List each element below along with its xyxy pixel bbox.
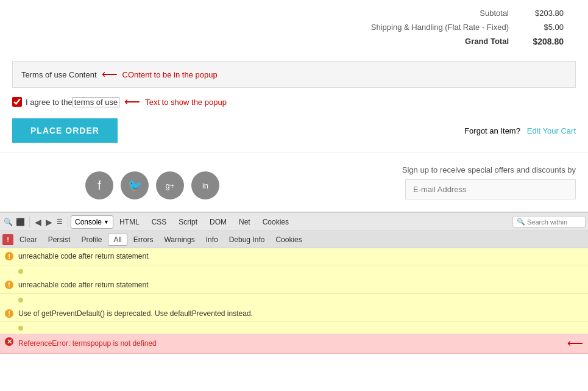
tab-html[interactable]: HTML — [113, 216, 146, 228]
tab-cookies[interactable]: Cookies — [257, 216, 295, 228]
nav-list-button[interactable]: ☰ — [54, 217, 65, 228]
grand-total-row: Grand Total $208.80 — [0, 34, 576, 49]
signup-text: Sign up to receive special offers and di… — [402, 165, 576, 174]
devtools-search-box: 🔍 — [512, 216, 586, 228]
footer-section: f 🐦 g+ in Sign up to receive special off… — [0, 152, 588, 212]
console-entry-text-1: unreachable code after return statement — [18, 251, 583, 262]
console-entry-4: ✕ ReferenceError: termspopup is not defi… — [0, 334, 588, 354]
terms-arrow-icon: ⟵ — [102, 68, 118, 81]
dot-row-2 — [0, 294, 588, 306]
twitter-icon[interactable]: 🐦 — [121, 171, 149, 199]
clear-button[interactable]: Clear — [15, 234, 42, 245]
subtotal-label: Subtotal — [480, 9, 509, 18]
dot-row-1 — [0, 265, 588, 277]
nav-back-button[interactable]: ◀ — [32, 217, 43, 228]
console-dot-1 — [18, 269, 23, 274]
terms-checkbox-section: I agree to the terms of use ⟵ Text to sh… — [12, 95, 576, 109]
terms-of-use-link[interactable]: terms of use — [73, 97, 120, 107]
console-entry-3: ! Use of getPreventDefault() is deprecat… — [0, 306, 588, 323]
console-dot-3 — [18, 326, 23, 331]
debug-info-filter-button[interactable]: Debug Info — [224, 234, 270, 245]
info-filter-button[interactable]: Info — [201, 234, 223, 245]
subtotal-value: $203.80 — [521, 9, 564, 18]
toolbar-separator-2 — [68, 217, 68, 228]
tab-net[interactable]: Net — [233, 216, 257, 228]
console-log: ! unreachable code after return statemen… — [0, 248, 588, 354]
checkbox-prefix: I agree to the — [26, 98, 73, 107]
forgot-text: Forgot an Item? Edit Your Cart — [464, 126, 576, 135]
error-annotation-arrow: ⟵ — [567, 337, 583, 350]
tab-dom[interactable]: DOM — [204, 216, 233, 228]
console-entry-1: ! unreachable code after return statemen… — [0, 248, 588, 265]
console-entry-text-2: unreachable code after return statement — [18, 280, 583, 290]
order-summary: Subtotal $203.80 Shipping & Handling (Fl… — [0, 0, 588, 55]
terms-content-box: Terms of use Content ⟵ COntent to be in … — [12, 61, 576, 88]
console-entry-text-4: ReferenceError: termspopup is not define… — [18, 339, 558, 349]
console-entry-2: ! unreachable code after return statemen… — [0, 277, 588, 294]
cookies-filter-button[interactable]: Cookies — [271, 234, 306, 245]
profile-button[interactable]: Profile — [76, 234, 107, 245]
grand-total-label: Grand Total — [465, 37, 509, 46]
nav-forward-button[interactable]: ▶ — [43, 217, 54, 228]
console-tab-label: Console — [75, 218, 102, 226]
subtotal-row: Subtotal $203.80 — [0, 6, 576, 20]
warnings-filter-button[interactable]: Warnings — [159, 234, 199, 245]
dot-row-3 — [0, 322, 588, 334]
shipping-value: $5.00 — [521, 23, 564, 32]
devtools-bug-icon[interactable]: 🔍 — [2, 217, 13, 228]
tab-css[interactable]: CSS — [146, 216, 173, 228]
signup-section: Sign up to receive special offers and di… — [402, 165, 576, 199]
console-dot-2 — [18, 298, 23, 303]
terms-checkbox[interactable] — [12, 97, 22, 107]
shipping-label: Shipping & Handling (Flat Rate - Fixed) — [371, 23, 509, 32]
devtools-pointer-icon[interactable]: ⬛ — [15, 217, 26, 228]
search-icon: 🔍 — [517, 218, 525, 226]
shipping-row: Shipping & Handling (Flat Rate - Fixed) … — [0, 20, 576, 34]
warning-icon-3: ! — [5, 309, 13, 318]
order-actions: PLACE ORDER Forgot an Item? Edit Your Ca… — [12, 118, 576, 143]
devtools-search-input[interactable] — [527, 218, 582, 226]
error-icon-1: ✕ — [5, 337, 13, 346]
social-icons: f 🐦 g+ in — [85, 171, 219, 199]
all-filter-button[interactable]: All — [108, 234, 127, 246]
linkedin-icon[interactable]: in — [191, 171, 219, 199]
popup-arrow-icon: ⟵ — [124, 95, 140, 109]
place-order-button[interactable]: PLACE ORDER — [12, 118, 118, 143]
devtools-panel: 🔍 ⬛ ◀ ▶ ☰ Console ▼ HTML CSS Script DOM … — [0, 212, 588, 354]
warning-icon-2: ! — [5, 281, 13, 289]
console-entry-text-3: Use of getPreventDefault() is deprecated… — [18, 309, 583, 319]
popup-show-note: Text to show the popup — [145, 98, 227, 107]
error-entry-row: ReferenceError: termspopup is not define… — [18, 337, 583, 350]
edit-cart-link[interactable]: Edit Your Cart — [527, 126, 576, 135]
warning-icon-1: ! — [5, 252, 13, 260]
toolbar-separator — [29, 217, 30, 228]
dropdown-arrow-icon: ▼ — [104, 219, 109, 225]
terms-popup-note: COntent to be in the popup — [122, 70, 218, 79]
grand-total-value: $208.80 — [521, 37, 564, 46]
facebook-icon[interactable]: f — [85, 171, 113, 199]
error-count-icon: ! — [2, 234, 13, 245]
devtools-toolbar: 🔍 ⬛ ◀ ▶ ☰ Console ▼ HTML CSS Script DOM … — [0, 213, 588, 231]
errors-filter-button[interactable]: Errors — [129, 234, 158, 245]
googleplus-icon[interactable]: g+ — [156, 171, 184, 199]
email-input[interactable] — [405, 179, 576, 199]
console-filters: ! Clear Persist Profile All Errors Warni… — [0, 231, 588, 248]
console-tab-dropdown[interactable]: Console ▼ — [71, 215, 113, 229]
terms-content-label: Terms of use Content — [21, 70, 97, 79]
persist-button[interactable]: Persist — [43, 234, 76, 245]
tab-script[interactable]: Script — [172, 216, 204, 228]
